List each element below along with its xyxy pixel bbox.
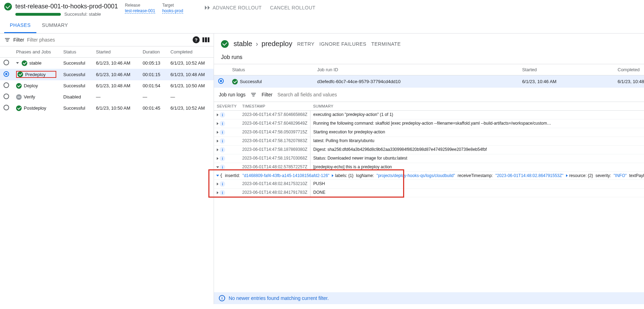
expand-icon[interactable]: [217, 183, 219, 185]
phase-started: —: [93, 91, 139, 103]
severity-info-icon[interactable]: i: [220, 138, 225, 144]
job-runs-table: Status Job run ID Started Completed Dura…: [214, 64, 644, 88]
log-row[interactable]: i 2023-06-01T14:47:57.604665868Z executi…: [214, 111, 644, 119]
phase-row[interactable]: stable Successful 6/1/23, 10:46 AM 00:05…: [0, 58, 214, 69]
phase-duration: 00:05:13: [139, 58, 167, 69]
phase-completed: —: [167, 91, 214, 103]
help-icon[interactable]: ?: [193, 36, 200, 43]
severity-info-icon[interactable]: i: [220, 112, 225, 118]
terminate-button[interactable]: TERMINATE: [371, 41, 401, 47]
log-timestamp: 2023-06-01T14:47:58.191703068Z: [239, 154, 310, 163]
phase-status: Successful: [60, 69, 92, 80]
success-icon: [16, 105, 22, 111]
tab-phases[interactable]: PHASES: [4, 22, 36, 33]
advance-rollout-button[interactable]: ADVANCE ROLLOUT: [204, 5, 262, 10]
cancel-label: CANCEL ROLLOUT: [270, 5, 315, 10]
severity-info-icon[interactable]: i: [220, 130, 225, 135]
expand-icon[interactable]: [217, 148, 219, 151]
columns-icon[interactable]: [202, 37, 209, 42]
rollout-header: test-release-001-to-hooks-prod-0001 Succ…: [0, 0, 644, 17]
logs-filter-label: Filter: [262, 92, 272, 97]
log-timestamp: 2023-06-01T14:47:58.187869380Z: [239, 146, 310, 154]
log-row[interactable]: i 2023-06-01T14:47:58.187869380Z Digest:…: [214, 146, 644, 154]
log-row[interactable]: i 2023-06-01T14:48:02.578572257Z [predep…: [214, 163, 644, 172]
ignore-failures-button[interactable]: IGNORE FAILURES: [320, 41, 366, 47]
phase-row[interactable]: Deploy Successful 6/1/23, 10:48 AM 00:01…: [0, 80, 214, 91]
status-icon-success: [4, 3, 12, 10]
log-timestamp: 2023-06-01T14:48:02.841791783Z: [239, 189, 310, 197]
cancel-rollout-button[interactable]: CANCEL ROLLOUT: [270, 5, 315, 10]
phase-started: 6/1/23, 10:48 AM: [93, 80, 139, 91]
severity-info-icon[interactable]: i: [220, 121, 225, 126]
expand-icon[interactable]: [217, 131, 219, 134]
col-run-completed: Completed: [614, 64, 644, 75]
target-link[interactable]: hooks-prod: [162, 8, 183, 14]
progress-bar: [15, 13, 61, 16]
log-row[interactable]: i 2023-06-01T14:47:58.176207883Z latest:…: [214, 137, 644, 146]
phase-row[interactable]: Postdeploy Successful 6/1/23, 10:50 AM 0…: [0, 103, 214, 114]
log-timestamp: 2023-06-01T14:47:57.604829649Z: [239, 119, 310, 128]
phase-started: 6/1/23, 10:46 AM: [93, 69, 139, 80]
tab-summary[interactable]: SUMMARY: [36, 22, 74, 33]
chevron-down-icon[interactable]: [16, 62, 19, 64]
logs-search-input[interactable]: [277, 92, 644, 97]
radio-button[interactable]: [3, 60, 9, 65]
expand-icon[interactable]: [217, 191, 219, 194]
log-row[interactable]: i 2023-06-01T14:47:57.604829649Z Running…: [214, 119, 644, 128]
phase-status: Disabled: [60, 91, 92, 103]
col-duration: Duration: [139, 46, 167, 58]
expand-icon[interactable]: [217, 113, 219, 116]
severity-info-icon[interactable]: i: [220, 147, 225, 153]
phase-started: 6/1/23, 10:46 AM: [93, 58, 139, 69]
severity-info-icon[interactable]: i: [220, 190, 225, 196]
phase-row[interactable]: Verify Disabled — — —: [0, 91, 214, 103]
expand-icon[interactable]: [217, 157, 219, 160]
release-meta: Release test-release-001: [125, 3, 155, 14]
log-timestamp: 2023-06-01T14:47:58.050397715Z: [239, 128, 310, 137]
phase-status: Successful: [60, 103, 92, 114]
advance-icon: [204, 5, 210, 10]
log-row[interactable]: i 2023-06-01T14:48:02.841753210Z PUSH: [214, 180, 644, 189]
col-run-id: Job run ID: [313, 64, 518, 75]
retry-button[interactable]: RETRY: [297, 41, 315, 47]
status-text: Successful: stable: [64, 12, 101, 17]
filter-phases-input[interactable]: [27, 37, 190, 43]
success-icon: [16, 83, 22, 89]
release-link[interactable]: test-release-001: [125, 8, 155, 14]
phase-started: 6/1/23, 10:50 AM: [93, 103, 139, 114]
expand-icon[interactable]: [217, 122, 219, 125]
job-run-row[interactable]: Successful d3efedfc-60c7-44ce-9579-37794…: [214, 75, 644, 88]
phase-name: Verify: [24, 94, 35, 100]
phase-duration: 00:01:45: [139, 103, 167, 114]
expand-icon[interactable]: [216, 166, 219, 168]
log-timestamp: 2023-06-01T14:47:57.604665868Z: [239, 111, 310, 119]
radio-selected[interactable]: [218, 78, 224, 84]
radio-button[interactable]: [3, 82, 9, 88]
phase-row[interactable]: Predeploy Successful 6/1/23, 10:46 AM 00…: [0, 69, 214, 80]
log-row[interactable]: i 2023-06-01T14:48:02.841791783Z DONE: [214, 189, 644, 197]
log-row[interactable]: i 2023-06-01T14:47:58.050397715Z Startin…: [214, 128, 644, 137]
radio-button[interactable]: [3, 94, 9, 99]
page-title: test-release-001-to-hooks-prod-0001: [15, 3, 118, 10]
phases-table: Phases and Jobs Status Started Duration …: [0, 46, 214, 114]
phase-status: Successful: [60, 80, 92, 91]
run-id: d3efedfc-60c7-44ce-9579-37794cd4dd10: [313, 75, 518, 88]
log-timestamp: 2023-06-01T14:47:58.176207883Z: [239, 137, 310, 146]
release-label: Release: [125, 3, 155, 8]
run-status: Successful: [240, 79, 262, 84]
disabled-icon: [16, 94, 22, 100]
phase-name: Postdeploy: [24, 105, 46, 111]
severity-info-icon[interactable]: i: [220, 156, 225, 161]
log-row[interactable]: i 2023-06-01T14:47:58.191703068Z Status:…: [214, 154, 644, 163]
filter-label: Filter: [13, 37, 24, 43]
advance-label: ADVANCE ROLLOUT: [213, 5, 262, 10]
log-timestamp: 2023-06-01T14:48:02.841753210Z: [239, 180, 310, 189]
severity-info-icon[interactable]: i: [220, 181, 225, 187]
success-icon: [17, 72, 23, 77]
radio-button[interactable]: [3, 71, 9, 77]
run-started: 6/1/23, 10:46 AM: [518, 75, 613, 88]
expand-icon[interactable]: [217, 140, 219, 142]
log-summary: executing action "predeploy-action" (1 o…: [310, 111, 644, 119]
severity-info-icon[interactable]: i: [220, 164, 225, 170]
radio-button[interactable]: [3, 105, 9, 110]
